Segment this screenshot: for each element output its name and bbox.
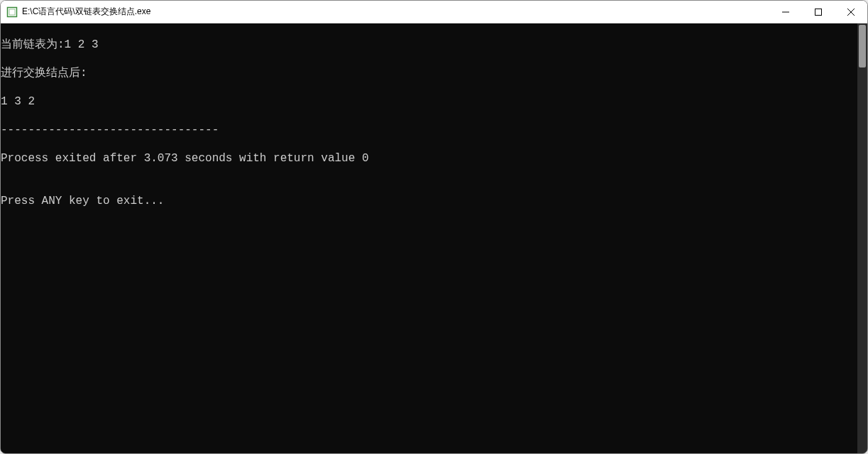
output-line: 1 3 2 xyxy=(1,94,857,109)
svg-rect-3 xyxy=(815,9,822,15)
output-line: Press ANY key to exit... xyxy=(1,194,857,208)
minimize-icon xyxy=(782,9,789,16)
close-icon xyxy=(847,9,855,16)
content-area: 当前链表为:1 2 3 进行交换结点后: 1 3 2 -------------… xyxy=(1,23,867,453)
window-title: E:\C语言代码\双链表交换结点.exe xyxy=(22,6,150,18)
window-controls xyxy=(769,1,867,23)
app-icon xyxy=(6,6,18,18)
minimize-button[interactable] xyxy=(769,1,802,23)
titlebar-left: E:\C语言代码\双链表交换结点.exe xyxy=(6,6,150,18)
close-button[interactable] xyxy=(835,1,867,23)
output-line: -------------------------------- xyxy=(1,123,857,137)
svg-rect-1 xyxy=(9,9,15,15)
output-line: 进行交换结点后: xyxy=(1,66,857,80)
output-line: 当前链表为:1 2 3 xyxy=(1,38,857,52)
app-window: E:\C语言代码\双链表交换结点.exe 当前链表为:1 2 3 xyxy=(0,0,868,454)
titlebar[interactable]: E:\C语言代码\双链表交换结点.exe xyxy=(1,1,867,23)
scrollbar-thumb[interactable] xyxy=(859,25,866,67)
output-line: Process exited after 3.073 seconds with … xyxy=(1,151,857,166)
vertical-scrollbar[interactable] xyxy=(857,23,867,453)
terminal-output[interactable]: 当前链表为:1 2 3 进行交换结点后: 1 3 2 -------------… xyxy=(1,23,857,453)
maximize-button[interactable] xyxy=(802,1,835,23)
maximize-icon xyxy=(815,9,822,16)
